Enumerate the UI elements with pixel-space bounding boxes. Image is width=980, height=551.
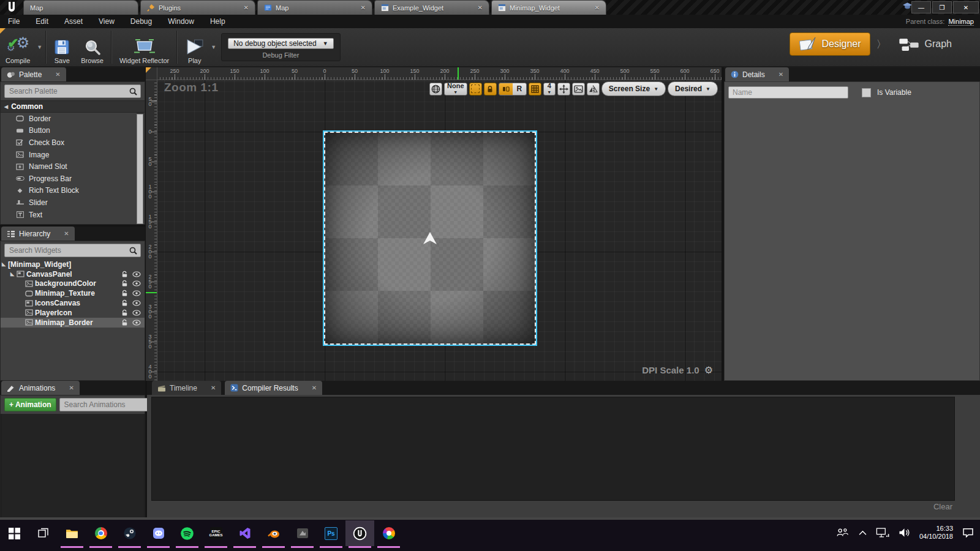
palette-search[interactable] [4, 84, 141, 98]
discord-icon[interactable] [144, 520, 173, 546]
explorer-icon[interactable] [58, 520, 86, 546]
fill-rule-dropdown[interactable]: Desired ▼ [668, 81, 718, 96]
palette-item-text[interactable]: Text [1, 209, 145, 221]
tab-timeline[interactable]: Timeline✕ [152, 381, 221, 395]
close-icon[interactable]: ✕ [244, 4, 249, 11]
spotify-icon[interactable] [173, 520, 202, 546]
lock-icon[interactable] [121, 319, 128, 326]
widget-name-input[interactable] [728, 86, 848, 99]
widget-reflector-button[interactable]: Widget Reflector [114, 30, 175, 64]
palette-item-button[interactable]: Button [1, 125, 145, 137]
tab-animations[interactable]: Animations ✕ [1, 381, 80, 395]
taskview-icon[interactable] [29, 520, 58, 546]
animations-search-input[interactable] [63, 400, 160, 410]
graph-mode-button[interactable]: Graph [893, 34, 957, 55]
lock-widgets-button[interactable] [484, 83, 497, 96]
eye-visibility-icon[interactable] [132, 310, 141, 316]
clear-button[interactable]: Clear [933, 502, 952, 511]
menu-edit[interactable]: Edit [28, 17, 56, 26]
close-icon[interactable]: ✕ [361, 4, 366, 11]
lock-icon[interactable] [121, 280, 128, 287]
tray-chevron-icon[interactable] [859, 530, 867, 536]
menu-debug[interactable]: Debug [123, 17, 160, 26]
menu-help[interactable]: Help [202, 17, 233, 26]
palette-scrollbar[interactable] [137, 114, 143, 224]
grayapp-icon[interactable] [288, 520, 317, 546]
hierarchy-row-playericon[interactable]: PlayerIcon [1, 308, 145, 318]
tab-compiler-results[interactable]: Compiler Results✕ [225, 381, 322, 395]
browse-button[interactable]: Browse [75, 30, 109, 64]
respect-locks-toggle[interactable]: R [499, 83, 527, 96]
compile-options-caret[interactable]: ▼ [37, 44, 42, 50]
lock-icon[interactable] [121, 309, 128, 317]
network-icon[interactable] [876, 528, 889, 538]
visualstudio-icon[interactable] [230, 520, 259, 546]
localization-preview-button[interactable] [429, 83, 442, 96]
palette-item-slider[interactable]: Slider [1, 197, 145, 209]
asset-tab-map[interactable]: Map [23, 0, 138, 15]
epic-icon[interactable]: EPICGAMES [202, 520, 230, 546]
close-icon[interactable]: ✕ [69, 384, 74, 391]
play-button[interactable]: Play [179, 30, 209, 64]
volume-icon[interactable] [899, 528, 910, 538]
hierarchy-search-input[interactable] [8, 246, 127, 255]
tab-palette[interactable]: Palette ✕ [1, 67, 66, 81]
palette-search-input[interactable] [8, 86, 127, 96]
lock-icon[interactable] [121, 271, 128, 278]
maximize-button[interactable]: ❐ [932, 1, 952, 13]
debug-object-dropdown[interactable]: No debug object selected ▼ [228, 38, 333, 49]
close-icon[interactable]: ✕ [312, 384, 317, 391]
preview-background-button[interactable] [572, 83, 585, 96]
palette-item-progress-bar[interactable]: Progress Bar [1, 173, 145, 185]
hierarchy-root[interactable]: ◣[Minimap_Widget] [1, 260, 145, 269]
outline-toggle-button[interactable] [469, 83, 482, 96]
palette-section-common[interactable]: ◀ Common [1, 100, 145, 113]
compile-button[interactable]: ⚙⚙✔ Compile [0, 30, 36, 64]
hierarchy-row-iconscanvas[interactable]: IconsCanvas [1, 298, 145, 308]
palette-item-border[interactable]: Border [1, 113, 145, 125]
palette-item-check-box[interactable]: Check Box [1, 137, 145, 149]
people-icon[interactable] [836, 528, 850, 538]
hierarchy-search[interactable] [4, 244, 141, 257]
hierarchy-row-backgroundcolor[interactable]: backgroundColor [1, 279, 145, 289]
picasa-icon[interactable] [374, 520, 403, 546]
hierarchy-row-minimap_texture[interactable]: Minimap_Texture [1, 288, 145, 298]
asset-tab-plugins[interactable]: Plugins✕ [140, 0, 255, 15]
palette-item-rich-text-block[interactable]: Rich Text Block [1, 185, 145, 197]
close-icon[interactable]: ✕ [778, 71, 783, 78]
lock-icon[interactable] [121, 299, 128, 307]
add-animation-button[interactable]: + Animation [4, 398, 56, 411]
eye-visibility-icon[interactable] [132, 271, 141, 277]
close-icon[interactable]: ✕ [478, 4, 483, 11]
palette-item-image[interactable]: Image [1, 149, 145, 161]
lock-icon[interactable] [121, 290, 128, 297]
save-button[interactable]: Save [48, 30, 75, 64]
palette-item-named-slot[interactable]: Named Slot [1, 160, 145, 173]
start-icon[interactable] [0, 520, 29, 546]
blender-icon[interactable] [259, 520, 288, 546]
dpi-settings-gear-icon[interactable]: ⚙ [704, 364, 713, 376]
asset-tab-map[interactable]: Map✕ [257, 0, 372, 15]
close-icon[interactable]: ✕ [64, 230, 69, 237]
close-icon[interactable]: ✕ [211, 384, 216, 391]
screen-size-dropdown[interactable]: Screen Size ▼ [601, 81, 666, 96]
close-icon[interactable]: ✕ [55, 71, 60, 78]
tab-hierarchy[interactable]: Hierarchy ✕ [1, 227, 75, 241]
clock[interactable]: 16:33 04/10/2018 [919, 525, 953, 541]
designer-canvas[interactable]: Zoom 1:1 None ▼ R 4 [157, 80, 722, 381]
tab-details[interactable]: Details ✕ [725, 67, 789, 81]
photoshop-icon[interactable]: Ps [317, 520, 345, 546]
eye-visibility-icon[interactable] [132, 290, 141, 296]
expand-triangle-icon[interactable]: ◣ [1, 261, 7, 267]
minimize-button[interactable]: — [911, 1, 931, 13]
is-variable-checkbox[interactable] [862, 88, 871, 97]
culture-dropdown[interactable]: None ▼ [444, 83, 467, 96]
eye-visibility-icon[interactable] [132, 300, 141, 306]
grid-snap-button[interactable] [529, 83, 541, 96]
action-center-icon[interactable] [962, 528, 974, 538]
flip-preview-button[interactable] [587, 83, 600, 96]
expand-triangle-icon[interactable]: ◣ [9, 271, 15, 277]
asset-tab-minimap_widget[interactable]: Minimap_Widget✕ [491, 0, 606, 15]
unreal-icon[interactable] [345, 520, 374, 546]
asset-tab-example_widget[interactable]: Example_Widget✕ [374, 0, 489, 15]
